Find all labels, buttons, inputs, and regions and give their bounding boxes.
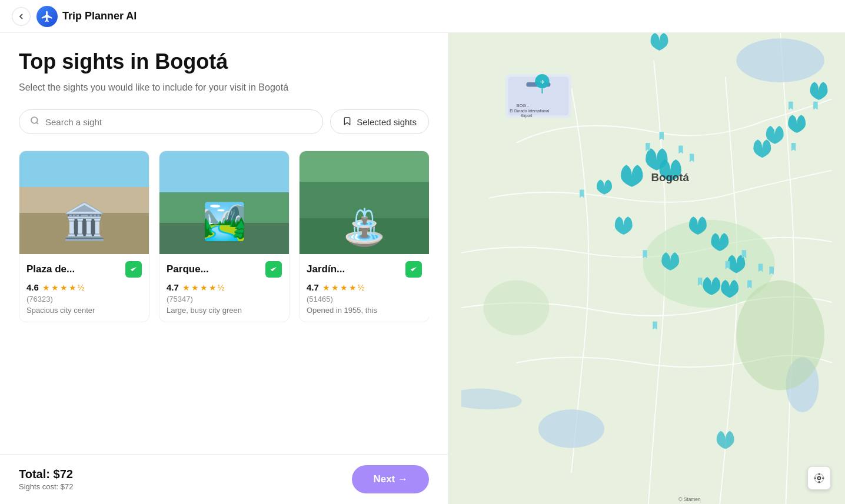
reviews-3: (51465)	[307, 295, 422, 303]
sights-cost: Sights cost: $72	[19, 482, 74, 491]
search-box[interactable]	[19, 109, 323, 134]
rating-row-1: 4.6 ★ ★ ★ ★ ½	[26, 282, 142, 292]
cards-grid: Plaza de... 4.6 ★ ★ ★ ★	[19, 151, 429, 332]
rating-number-2: 4.7	[167, 282, 179, 292]
location-target-button[interactable]	[807, 466, 831, 490]
svg-point-18	[818, 477, 821, 480]
svg-point-2	[538, 409, 604, 448]
card-title-1: Plaza de...	[26, 263, 75, 275]
svg-point-6	[736, 281, 824, 390]
card-body-1: Plaza de... 4.6 ★ ★ ★ ★	[19, 254, 149, 322]
sight-image-3	[300, 151, 429, 254]
selected-badge-3	[405, 261, 422, 278]
sight-card-1[interactable]: Plaza de... 4.6 ★ ★ ★ ★	[19, 151, 149, 322]
bookmark-icon	[342, 116, 352, 128]
main-layout: Top sights in Bogotá Select the sights y…	[0, 33, 845, 504]
card-body-3: Jardín... 4.7 ★ ★ ★ ★	[300, 254, 429, 322]
rating-number-1: 4.6	[26, 282, 39, 292]
reviews-1: (76323)	[26, 295, 142, 303]
svg-text:Bogotá: Bogotá	[651, 171, 689, 183]
rating-row-2: 4.7 ★ ★ ★ ★ ½	[167, 282, 282, 292]
description-1: Spacious city center	[26, 306, 142, 315]
next-label: Next →	[373, 473, 408, 485]
total-section: Total: $72 Sights cost: $72	[19, 468, 74, 491]
svg-point-7	[483, 281, 549, 335]
card-body-2: Parque... 4.7 ★ ★ ★ ★	[159, 254, 289, 322]
logo-container: Trip Planner AI	[36, 6, 137, 27]
check-icon-1	[129, 265, 138, 274]
sight-card-2[interactable]: Parque... 4.7 ★ ★ ★ ★	[159, 151, 290, 322]
selected-sights-button[interactable]: Selected sights	[330, 109, 429, 134]
stars-2: ★ ★ ★ ★ ½	[182, 283, 225, 292]
check-icon-2	[269, 265, 278, 274]
content-area: Top sights in Bogotá Select the sights y…	[0, 33, 448, 454]
card-title-3: Jardín...	[307, 263, 345, 275]
selected-badge-1	[125, 261, 142, 278]
logo-text: Trip Planner AI	[62, 10, 137, 22]
svg-text:© Stamen: © Stamen	[678, 496, 701, 502]
search-input[interactable]	[45, 117, 312, 127]
svg-text:✈: ✈	[540, 79, 545, 85]
selected-sights-label: Selected sights	[357, 117, 417, 127]
sight-card-3[interactable]: Jardín... 4.7 ★ ★ ★ ★	[299, 151, 429, 322]
page-subtitle: Select the sights you would like to incl…	[19, 82, 429, 93]
logo-icon	[36, 6, 58, 27]
left-panel: Top sights in Bogotá Select the sights y…	[0, 33, 448, 504]
next-button[interactable]: Next →	[352, 465, 429, 493]
selected-badge-2	[265, 261, 282, 278]
rating-number-3: 4.7	[307, 282, 319, 292]
map-panel: BOG - El Dorado International Airport ✈	[448, 33, 845, 504]
sight-image-2	[159, 151, 289, 254]
card-title-2: Parque...	[167, 263, 209, 275]
reviews-2: (75347)	[167, 295, 282, 303]
total-amount: Total: $72	[19, 468, 74, 481]
svg-text:BOG -: BOG -	[516, 103, 529, 108]
search-row: Selected sights	[19, 109, 429, 134]
svg-point-3	[736, 38, 824, 82]
svg-text:El Dorado International: El Dorado International	[510, 109, 549, 113]
card-title-row-3: Jardín...	[307, 261, 422, 278]
stars-3: ★ ★ ★ ★ ½	[322, 283, 365, 292]
search-icon	[30, 116, 39, 128]
sight-image-1	[19, 151, 149, 254]
description-3: Opened in 1955, this	[307, 306, 422, 315]
stars-1: ★ ★ ★ ★ ½	[42, 283, 85, 292]
back-button[interactable]	[12, 7, 31, 26]
target-icon	[813, 472, 825, 484]
footer: Total: $72 Sights cost: $72 Next →	[0, 454, 448, 504]
map-svg: BOG - El Dorado International Airport ✈	[448, 33, 845, 504]
page-title: Top sights in Bogotá	[19, 49, 429, 74]
plane-icon	[41, 10, 54, 23]
header: Trip Planner AI	[0, 0, 845, 33]
svg-text:Airport: Airport	[521, 114, 532, 118]
svg-point-0	[31, 117, 38, 124]
card-title-row-1: Plaza de...	[26, 261, 142, 278]
card-title-row-2: Parque...	[167, 261, 282, 278]
check-icon-3	[409, 265, 418, 274]
description-2: Large, busy city green	[167, 306, 282, 315]
rating-row-3: 4.7 ★ ★ ★ ★ ½	[307, 282, 422, 292]
